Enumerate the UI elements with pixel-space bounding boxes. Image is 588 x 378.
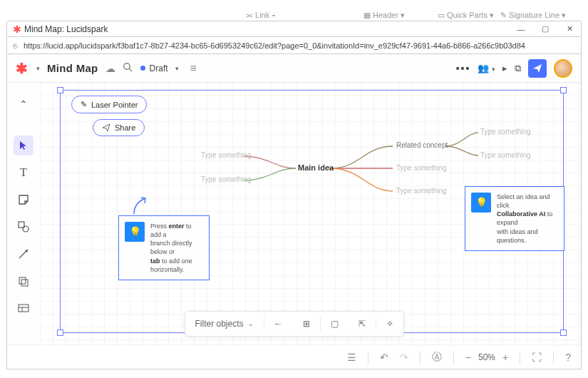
- window-maximize-button[interactable]: ▢: [540, 24, 551, 34]
- collapse-up-button[interactable]: ⌃: [14, 94, 33, 114]
- site-info-icon[interactable]: ⎋: [13, 41, 18, 50]
- logo-chevron-icon[interactable]: ▾: [36, 65, 40, 72]
- magic-button[interactable]: ✧: [376, 319, 403, 329]
- fit-screen-button[interactable]: ⛶: [532, 352, 542, 363]
- frame-button[interactable]: ▢: [321, 319, 349, 329]
- branch-left-top[interactable]: Type something: [201, 151, 252, 159]
- zoom-in-button[interactable]: +: [502, 352, 508, 363]
- center-node[interactable]: Main idea: [298, 163, 334, 172]
- shapes-tool[interactable]: [14, 217, 33, 237]
- app-header: ✱ ▾ Mind Map ☁ Draft ▾ ≡ ••• 👥 ▾ ▸ ⧉: [7, 54, 581, 83]
- frame-tool[interactable]: [14, 271, 33, 291]
- bg-quickparts-toolbar: ▭ Quick Parts ▾: [438, 11, 494, 20]
- export-button[interactable]: ⇱: [349, 319, 376, 329]
- status-dropdown[interactable]: Draft ▾: [140, 63, 179, 73]
- resize-handle-br[interactable]: [560, 330, 567, 336]
- more-menu[interactable]: •••: [456, 63, 471, 74]
- branch-right-1a[interactable]: Type something: [480, 128, 531, 136]
- status-chevron-icon: ▾: [175, 65, 179, 72]
- present-icon[interactable]: ▸: [502, 63, 507, 73]
- document-title[interactable]: Mind Map: [47, 62, 98, 74]
- cursor-tool[interactable]: [14, 136, 33, 155]
- user-avatar[interactable]: [554, 59, 572, 78]
- collaborators-icon[interactable]: 👥 ▾: [478, 63, 495, 73]
- svg-point-0: [123, 63, 129, 68]
- svg-line-1: [129, 68, 132, 71]
- status-label: Draft: [150, 63, 168, 73]
- sticky-note-tool[interactable]: [14, 190, 33, 210]
- app-frame: ✱ ▾ Mind Map ☁ Draft ▾ ≡ ••• 👥 ▾ ▸ ⧉ ⌃: [6, 54, 582, 369]
- resize-handle-bl[interactable]: [57, 330, 63, 336]
- svg-point-3: [23, 226, 29, 232]
- cloud-sync-icon[interactable]: ☁: [105, 63, 115, 74]
- filter-objects-dropdown[interactable]: Filter objects⌄: [185, 319, 263, 329]
- lightbulb-icon: 💡: [125, 222, 145, 242]
- record-icon[interactable]: ⧉: [515, 63, 521, 74]
- branch-right-3[interactable]: Type something: [396, 187, 447, 195]
- menu-icon[interactable]: ≡: [190, 62, 197, 75]
- svg-rect-7: [21, 280, 28, 286]
- accessibility-icon[interactable]: Ⓐ: [432, 351, 442, 364]
- branch-left-bottom[interactable]: Type something: [201, 175, 252, 183]
- search-icon[interactable]: [123, 62, 133, 75]
- bottom-status-bar: ☰ ↶ ↷ Ⓐ − 50% + ⛶ ?: [7, 344, 581, 369]
- keyboard-tip: 💡 Press enter to add a branch directly b…: [118, 215, 210, 280]
- branch-right-1[interactable]: Related concept: [396, 141, 448, 149]
- redo-button[interactable]: ↷: [400, 352, 408, 363]
- window-minimize-button[interactable]: —: [515, 25, 527, 34]
- text-tool[interactable]: T: [14, 163, 33, 183]
- left-toolbar: ⌃ T ⌄: [11, 94, 36, 369]
- collab-controls: 👥 ▾ ▸ ⧉: [478, 59, 572, 78]
- outline-icon[interactable]: ☰: [347, 352, 356, 363]
- zoom-out-button[interactable]: −: [465, 352, 471, 363]
- bg-header-toolbar: ▦ Header ▾: [363, 11, 405, 20]
- share-button[interactable]: [528, 59, 547, 78]
- lucid-logo-icon[interactable]: ✱: [16, 60, 29, 77]
- template-tool[interactable]: [14, 298, 33, 318]
- help-button[interactable]: ?: [565, 352, 571, 363]
- window-title: Mind Map: Lucidspark: [24, 24, 502, 34]
- lightbulb-icon: 💡: [471, 193, 491, 213]
- bg-link-toolbar: ⫘ Link ▾: [245, 11, 276, 19]
- canvas[interactable]: ✎ Laser Pointer Share Main idea Type som…: [40, 83, 581, 344]
- svg-rect-6: [19, 277, 26, 284]
- browser-address-bar: ⎋ https://lucid.app/lucidspark/f3baf1c7-…: [6, 37, 582, 54]
- zoom-controls: − 50% +: [465, 352, 508, 363]
- svg-rect-8: [19, 305, 29, 312]
- app-asterisk-icon: ✱: [13, 24, 21, 35]
- ai-tip: 💡 Select an idea and click Collaborative…: [465, 186, 564, 251]
- line-tool[interactable]: [14, 244, 33, 264]
- align-back-button[interactable]: ←: [264, 319, 293, 329]
- align-grid-button[interactable]: ⊞: [293, 319, 320, 329]
- branch-right-2[interactable]: Type something: [396, 164, 447, 172]
- bg-sigline-toolbar: ✎ Signature Line ▾: [500, 11, 566, 20]
- filter-toolbar: Filter objects⌄ ← ⊞ ▢ ⇱ ✧: [184, 311, 403, 337]
- branch-right-1b[interactable]: Type something: [480, 151, 531, 159]
- window-close-button[interactable]: ✕: [564, 24, 575, 34]
- zoom-value[interactable]: 50%: [478, 352, 495, 362]
- status-dot-icon: [140, 66, 145, 71]
- undo-button[interactable]: ↶: [380, 352, 388, 363]
- tip-arrow-icon: [130, 195, 151, 217]
- url-text[interactable]: https://lucid.app/lucidspark/f3baf1c7-8b…: [24, 41, 525, 50]
- window-titlebar: ✱ Mind Map: Lucidspark — ▢ ✕: [6, 21, 582, 37]
